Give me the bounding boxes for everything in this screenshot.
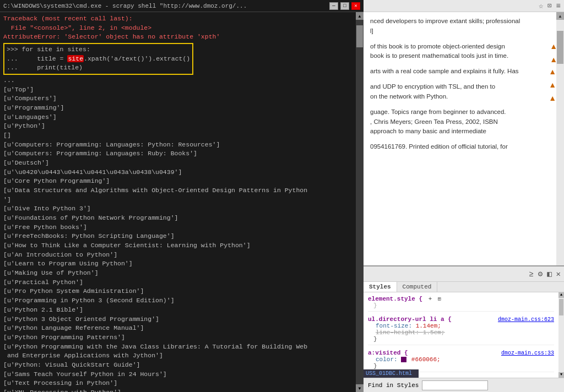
css-prop-color-name: color: bbox=[376, 356, 401, 363]
url-text: USS_01DBC.html bbox=[366, 371, 416, 377]
star-icon[interactable]: ☆ bbox=[539, 1, 543, 10]
css-block-directory-url: ul.directory-url li a { dmoz-main.css:62… bbox=[368, 316, 554, 345]
cmd-line: [u'Core Python Programming'] bbox=[3, 177, 360, 186]
browser-paragraph: nced developers to improve extant skills… bbox=[370, 17, 557, 36]
css-close-brace2: } bbox=[368, 363, 554, 369]
cmd-scrollbar[interactable]: ▲ ▼ bbox=[356, 12, 364, 392]
cmd-line: [u'Programming'] bbox=[3, 104, 360, 113]
cmd-line: [u'Python 2.1 Bible'] bbox=[3, 306, 360, 315]
find-bar: Find in Styles bbox=[364, 378, 564, 392]
cmd-line: [u'Dive Into Python 3'] bbox=[3, 204, 360, 214]
devtools-toolbar: ≥ ⚙ ◧ ✕ bbox=[364, 266, 564, 282]
cmd-line: [u'Top'] bbox=[3, 85, 360, 95]
cmd-title-text: C:\WINDOWS\system32\cmd.exe - scrapy she… bbox=[3, 3, 247, 9]
browser-window: ☆ ⊡ ≡ nced developers to improve extant … bbox=[364, 0, 564, 392]
css-source-link2[interactable]: dmoz-main.css:33 bbox=[501, 350, 554, 356]
scroll-down-arrow[interactable]: ▼ bbox=[356, 384, 364, 392]
tab-styles[interactable]: Styles bbox=[364, 282, 397, 292]
css-block-header: ul.directory-url li a { dmoz-main.css:62… bbox=[368, 316, 554, 323]
css-prop-name: font-size: bbox=[376, 323, 416, 329]
devtools-content: element.style { + ⊞ } ul.directory-url l… bbox=[364, 292, 564, 378]
css-edit-icon[interactable]: ⊞ bbox=[438, 296, 441, 302]
right-scroll-down[interactable]: ▲ bbox=[549, 80, 556, 89]
css-source-link[interactable]: dmoz-main.css:623 bbox=[498, 317, 554, 323]
browser-scroll-thumb[interactable] bbox=[557, 31, 563, 64]
css-prop-value: 1.14em; bbox=[416, 323, 441, 329]
cmd-line: [u'Practical Python'] bbox=[3, 278, 360, 287]
browser-titlebar: ☆ ⊡ ≡ bbox=[364, 0, 564, 12]
tab-computed[interactable]: Computed bbox=[397, 282, 438, 292]
cmd-line: [u'Python 3 Object Oriented Programming'… bbox=[3, 315, 360, 324]
cmd-line: [u'Data Structures and Algorithms with O… bbox=[3, 186, 360, 195]
devtools-scroll-thumb[interactable] bbox=[559, 299, 563, 315]
devtools-scroll-down[interactable]: ▼ bbox=[558, 372, 564, 378]
css-selector-text: element.style { bbox=[368, 296, 422, 302]
right-scroll-down2[interactable]: ▲ bbox=[549, 94, 556, 102]
css-prop-value-strikethrough: 1.5em; bbox=[423, 329, 445, 336]
browser-row: of this book is to promote object-orient… bbox=[370, 42, 557, 67]
cmd-line: [u'\u0420\u0443\u0441\u0441\u043a\u0438\… bbox=[3, 168, 360, 177]
right-scroll-up[interactable]: ▲ bbox=[549, 67, 556, 76]
css-block-visited: a:visited { dmoz-main.css:33 color: #660… bbox=[368, 350, 554, 372]
cmd-line: ... bbox=[3, 76, 360, 85]
red-highlight: site bbox=[67, 55, 84, 62]
devtools-dock-icon[interactable]: ◧ bbox=[547, 269, 551, 279]
browser-scroll-up[interactable]: ▲ bbox=[556, 12, 564, 20]
find-input[interactable] bbox=[422, 380, 488, 390]
cmd-window: C:\WINDOWS\system32\cmd.exe - scrapy she… bbox=[0, 0, 364, 392]
cmd-line: '] bbox=[3, 195, 360, 205]
find-bar-label: Find in Styles bbox=[368, 382, 419, 389]
cmd-line: [u'Computers: Programming: Languages: Py… bbox=[3, 140, 360, 150]
devtools-scroll-up[interactable]: ▲ bbox=[558, 292, 564, 298]
css-add-icon[interactable]: + bbox=[429, 296, 432, 302]
browser-scrollbar[interactable]: ▲ ▼ bbox=[556, 12, 564, 265]
maximize-button[interactable]: □ bbox=[340, 2, 349, 10]
css-prop-name-strikethrough: line-height: bbox=[376, 329, 423, 336]
cmd-line: [u'An Introduction to Python'] bbox=[3, 251, 360, 260]
color-swatch bbox=[401, 357, 406, 362]
cmd-line: [u'Text Processing in Python'] bbox=[3, 379, 360, 388]
menu-icon[interactable]: ≡ bbox=[556, 2, 561, 10]
scroll-up-arrow[interactable]: ▲ bbox=[356, 12, 364, 20]
devtools-close-icon[interactable]: ✕ bbox=[556, 269, 561, 279]
scroll-thumb[interactable] bbox=[356, 25, 363, 47]
css-close-brace: } bbox=[368, 336, 554, 342]
browser-scroll-track bbox=[556, 20, 564, 265]
cmd-line: AttributeError: 'Selector' object has no… bbox=[3, 32, 360, 42]
cmd-line: ... print(title) bbox=[7, 63, 190, 73]
cmd-line: [u'Deutsch'] bbox=[3, 159, 360, 168]
scroll-arrows-right: ▲ ▲ ▲ bbox=[549, 67, 556, 102]
code-highlight-box: >>> for site in sites: ... title = site.… bbox=[3, 43, 193, 75]
css-block-element-style: element.style { + ⊞ } bbox=[368, 296, 554, 312]
cmd-line: [u'Pro Python System Administration'] bbox=[3, 287, 360, 296]
cmd-line: [u'Computers'] bbox=[3, 94, 360, 104]
cmd-line: [u'Foundations of Python Network Program… bbox=[3, 214, 360, 223]
cmd-line: [u'XML Processing with Python'] bbox=[3, 388, 360, 392]
css-property-font-size: font-size: 1.14em; bbox=[368, 323, 554, 329]
css-empty: } bbox=[368, 302, 554, 309]
cmd-line: [u'How to Think Like a Computer Scientis… bbox=[3, 241, 360, 251]
cmd-window-controls: ─ □ ✕ bbox=[329, 2, 360, 10]
styles-panel: element.style { + ⊞ } ul.directory-url l… bbox=[364, 292, 558, 378]
cmd-line: [u'Making Use of Python'] bbox=[3, 269, 360, 278]
cmd-line: Traceback (most recent call last): bbox=[3, 14, 360, 24]
css-selector-text2: ul.directory-url li a { bbox=[368, 316, 452, 323]
minimize-button[interactable]: ─ bbox=[329, 2, 338, 10]
close-button[interactable]: ✕ bbox=[351, 2, 360, 10]
cmd-content: Traceback (most recent call last): File … bbox=[0, 12, 364, 392]
devtools-settings-icon[interactable]: ⚙ bbox=[538, 269, 543, 279]
browser-paragraph: guage. Topics range from beginner to adv… bbox=[370, 107, 557, 137]
browser-paragraph: and UDP to encryption with TSL, and then… bbox=[370, 82, 557, 102]
cmd-line: [u'Free Python books'] bbox=[3, 223, 360, 232]
cmd-line: File "<console>", line 2, in <module> bbox=[3, 24, 360, 33]
scroll-track bbox=[356, 20, 364, 384]
cmd-line: ... title = site.xpath('a/text()').extra… bbox=[7, 55, 190, 64]
browser-paragraph: arts with a real code sample and explain… bbox=[370, 67, 557, 77]
css-selector-visited: a:visited { bbox=[368, 350, 408, 356]
bookmark-icon[interactable]: ⊡ bbox=[547, 2, 551, 10]
cmd-line: [u'Languages'] bbox=[3, 113, 360, 122]
browser-paragraph: 0954161769. Printed edition of official … bbox=[370, 142, 557, 152]
devtools-scrollbar[interactable]: ▲ ▼ bbox=[558, 292, 564, 378]
devtools-console-icon[interactable]: ≥ bbox=[529, 270, 533, 279]
css-property-line-height: line-height: 1.5em; bbox=[368, 329, 554, 336]
